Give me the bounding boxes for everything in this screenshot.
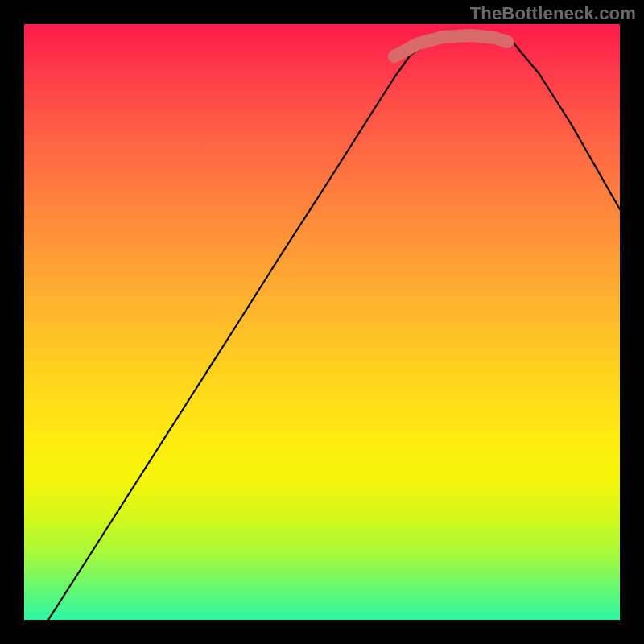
watermark-label: TheBottleneck.com — [470, 3, 636, 24]
plot-area — [24, 24, 620, 620]
bottleneck-curve — [48, 35, 620, 620]
valley-start-dot — [388, 50, 401, 63]
valley-highlight-band — [394, 35, 507, 56]
valley-end-dot — [501, 35, 514, 48]
chart-frame: TheBottleneck.com — [0, 0, 644, 644]
chart-svg — [24, 24, 620, 620]
